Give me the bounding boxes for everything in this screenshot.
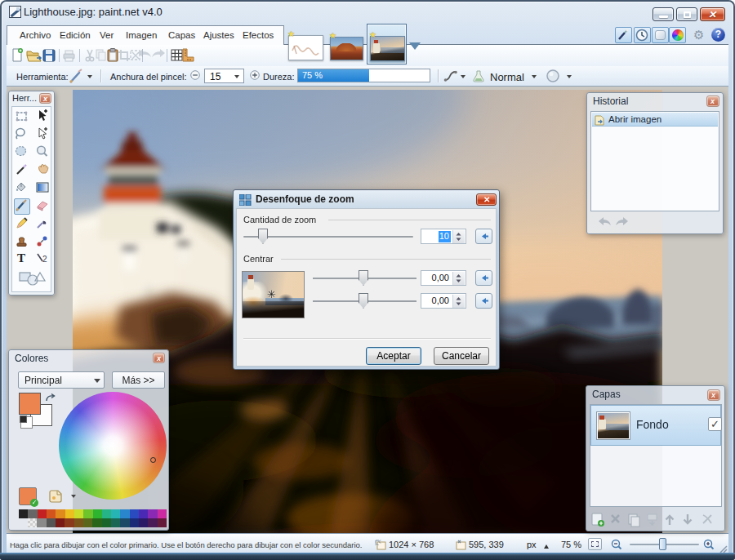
svg-text:T: T <box>17 251 25 264</box>
svg-text:2: 2 <box>42 255 47 264</box>
